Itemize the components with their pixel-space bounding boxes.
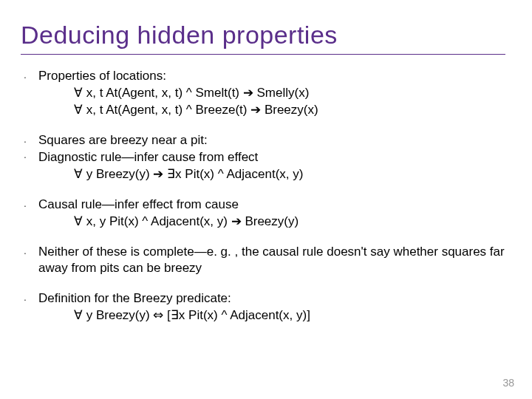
text: Definition for the Breezy predicate: <box>38 291 231 305</box>
formula: ∀ x, y Pit(x) ^ Adjacent(x, y) ➔ Breezy(… <box>38 214 505 231</box>
bullet-3: · Causal rule—infer effect from cause ∀ … <box>24 197 505 231</box>
formula: ∀ y Breezy(y) ⇔ [∃x Pit(x) ^ Adjacent(x,… <box>38 307 505 324</box>
text: Diagnostic rule—infer cause from effect <box>38 150 258 164</box>
formula: ∀ x, t At(Agent, x, t) ^ Smelt(t) ➔ Smel… <box>38 85 505 102</box>
bullet-dot: · <box>24 290 38 324</box>
bullet-dot: · <box>24 68 38 119</box>
text: Properties of locations: <box>38 69 166 83</box>
bullet-1: · Properties of locations: ∀ x, t At(Age… <box>24 68 505 119</box>
formula: ∀ x, t At(Agent, x, t) ^ Breeze(t) ➔ Bre… <box>38 102 505 119</box>
text: Neither of these is complete—e. g. , the… <box>38 244 505 278</box>
bullet-body: Causal rule—infer effect from cause ∀ x,… <box>38 197 505 231</box>
slide: Deducing hidden properties · Properties … <box>0 0 532 399</box>
bullet-5: · Definition for the Breezy predicate: ∀… <box>24 290 505 324</box>
slide-title: Deducing hidden properties <box>21 21 505 55</box>
bullet-body: Squares are breezy near a pit: Diagnosti… <box>38 132 505 183</box>
bullet-dot: · <box>24 244 38 278</box>
text-inner: Neither of these is complete—e. g. , the… <box>38 245 505 276</box>
bullet-body: Neither of these is complete—e. g. , the… <box>38 244 505 278</box>
bullet-body: Properties of locations: ∀ x, t At(Agent… <box>38 68 505 119</box>
bullet-2: ·· Squares are breezy near a pit: Diagno… <box>24 132 505 183</box>
content-area: · Properties of locations: ∀ x, t At(Age… <box>21 68 505 324</box>
text: Causal rule—infer effect from cause <box>38 197 239 211</box>
bullet-body: Definition for the Breezy predicate: ∀ y… <box>38 290 505 324</box>
page-number: 38 <box>502 377 514 389</box>
bullet-dots: ·· <box>24 132 38 183</box>
bullet-dot: · <box>24 197 38 231</box>
text: Squares are breezy near a pit: <box>38 133 208 147</box>
formula: ∀ y Breezy(y) ➔ ∃x Pit(x) ^ Adjacent(x, … <box>38 166 505 183</box>
bullet-4: · Neither of these is complete—e. g. , t… <box>24 244 505 278</box>
